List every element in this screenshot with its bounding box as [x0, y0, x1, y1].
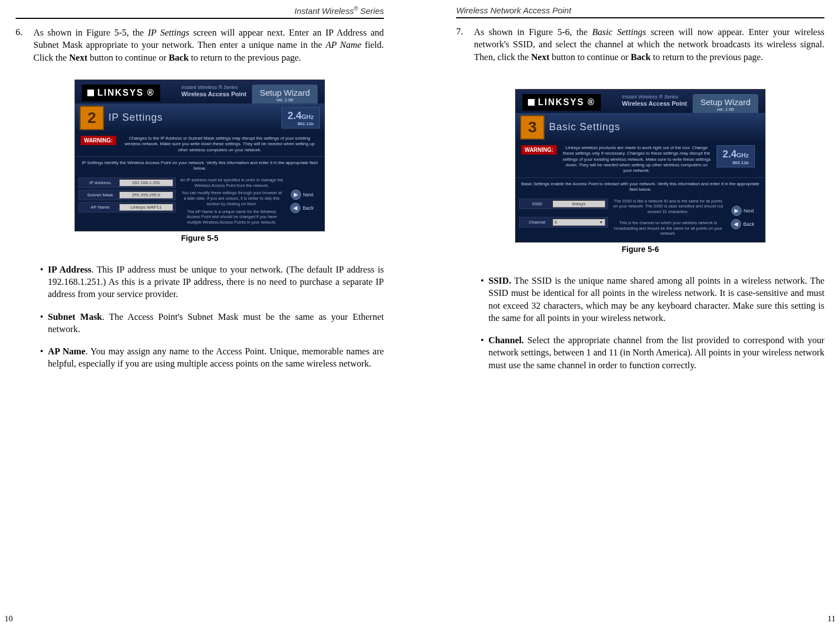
title-row: 3 Basic Settings — [516, 113, 765, 142]
nav-buttons: ▶ Next ◀ Back — [283, 177, 321, 225]
warning-text: Linksys wireless products are made to wo… — [561, 145, 712, 174]
series-label: Instant Wireless ® Series — [181, 85, 246, 91]
back-icon: ◀ — [731, 219, 741, 229]
nav-buttons: ▶ Next ◀ Back — [724, 199, 762, 237]
next-label: Next — [744, 208, 754, 214]
bullet-list-left: • IP Address. This IP address must be un… — [40, 264, 384, 380]
next-button[interactable]: ▶ Next — [732, 206, 754, 216]
screenshot-basic-settings: LINKSYS® Instant Wireless ® Series Wirel… — [515, 89, 765, 243]
next-button[interactable]: ▶ Next — [291, 190, 314, 200]
step-6: 6. As shown in Figure 5-5, the IP Settin… — [16, 27, 384, 64]
channel-select[interactable]: 6 ▼ — [552, 219, 605, 226]
product-name: Wireless Access Point — [622, 100, 687, 107]
info-row: IP Settings identify the Wireless Access… — [75, 156, 324, 175]
left-page: Instant Wireless® Series 6. As shown in … — [0, 0, 417, 628]
screen-title: IP Settings — [108, 112, 163, 123]
setup-label: Setup Wizard — [700, 97, 750, 107]
version-label: ver. 1.06 — [700, 107, 750, 112]
back-icon: ◀ — [290, 203, 300, 213]
info-row: Basic Settings enable the Access Point t… — [516, 177, 765, 196]
page-number-right: 11 — [828, 614, 836, 624]
figure-5-6: LINKSYS® Instant Wireless ® Series Wirel… — [456, 89, 824, 254]
ip-address-row: IP Address 192.168.1.251 — [78, 177, 176, 188]
ap-name-label: AP Name — [81, 205, 119, 210]
next-icon: ▶ — [732, 206, 742, 216]
product-label: Instant Wireless ® Series Wireless Acces… — [622, 94, 687, 107]
desc-modify: You can modify these settings through yo… — [180, 190, 283, 206]
linksys-logo: LINKSYS® — [82, 85, 160, 101]
bullet-dot: • — [481, 275, 488, 324]
screen-title: Basic Settings — [549, 121, 620, 133]
subnet-mask-input[interactable]: 255.255.255.0 — [119, 191, 173, 199]
field-descriptions: An IP address must be specified in order… — [176, 177, 283, 225]
title-row: 2 IP Settings 2.4GHz 802.11b — [75, 103, 324, 132]
bullet-text: Channel. Select the appropriate channel … — [488, 334, 824, 372]
running-head-left: Instant Wireless® Series — [16, 6, 384, 19]
field-descriptions: The SSID is like a network ID and is the… — [608, 199, 724, 237]
logo-icon — [528, 99, 535, 106]
bullet-text: Subnet Mask. The Access Point's Subnet M… — [48, 311, 384, 336]
series-label: Instant Wireless ® Series — [622, 94, 687, 100]
ghz-badge: 2.4GHz 802.11b — [281, 107, 320, 128]
wizard-header: LINKSYS® Instant Wireless ® Series Wirel… — [516, 90, 765, 113]
bullet-text: SSID. The SSID is the unique name shared… — [488, 275, 824, 324]
next-label: Next — [303, 192, 314, 197]
field-area: IP Address 192.168.1.251 Subnet Mask 255… — [75, 175, 324, 231]
logo-text: LINKSYS — [538, 97, 584, 107]
figure-caption-5-6: Figure 5-6 — [456, 245, 824, 254]
ap-name-row: AP Name Linksys WAP11 — [78, 202, 176, 212]
next-icon: ▶ — [291, 190, 301, 200]
product-label: Instant Wireless ® Series Wireless Acces… — [181, 85, 246, 98]
back-label: Back — [303, 205, 314, 211]
step-badge-3: 3 — [520, 115, 545, 140]
ssid-label: SSID — [522, 201, 552, 206]
bullet-dot: • — [481, 334, 488, 372]
product-name: Wireless Access Point — [181, 91, 246, 98]
ghz-badge: 2.4GHz 802.11b — [717, 145, 755, 168]
ap-name-input[interactable]: Linksys WAP11 — [119, 204, 173, 211]
ssid-row: SSID linksys — [519, 199, 608, 209]
chevron-down-icon: ▼ — [599, 220, 603, 224]
warning-row: WARNING: Linksys wireless products are m… — [516, 142, 765, 177]
step-number: 7. — [456, 26, 474, 63]
bullet-dot: • — [40, 345, 48, 370]
field-area: SSID linksys Channel 6 ▼ The SSID is lik… — [516, 196, 765, 243]
linksys-logo: LINKSYS® — [522, 94, 601, 111]
bullet-subnet-mask: • Subnet Mask. The Access Point's Subnet… — [40, 311, 384, 336]
ip-address-input[interactable]: 192.168.1.251 — [119, 179, 173, 186]
warning-row: WARNING: Changes to the IP Address or Su… — [75, 132, 324, 156]
desc-ssid: The SSID is like a network ID and is the… — [612, 199, 724, 215]
back-label: Back — [743, 221, 754, 227]
warning-tag: WARNING: — [81, 136, 116, 145]
bullet-ip-address: • IP Address. This IP address must be un… — [40, 264, 384, 301]
step-7: 7. As shown in Figure 5-6, the Basic Set… — [456, 26, 824, 63]
bullet-channel: • Channel. Select the appropriate channe… — [481, 334, 824, 372]
bullet-ssid: • SSID. The SSID is the unique name shar… — [481, 275, 824, 324]
bullet-text: IP Address. This IP address must be uniq… — [48, 264, 384, 301]
step-text: As shown in Figure 5-6, the Basic Settin… — [474, 26, 824, 63]
setup-label: Setup Wizard — [260, 88, 310, 97]
ssid-input[interactable]: linksys — [552, 200, 605, 207]
step-number: 6. — [16, 27, 33, 64]
figure-5-5: LINKSYS® Instant Wireless ® Series Wirel… — [16, 80, 384, 243]
subnet-mask-row: Subnet Mask 255.255.255.0 — [78, 190, 176, 200]
logo-text: LINKSYS — [97, 88, 144, 98]
wizard-header: LINKSYS® Instant Wireless ® Series Wirel… — [75, 80, 324, 103]
figure-caption-5-5: Figure 5-5 — [16, 234, 384, 243]
setup-wizard-tab: Setup Wizard ver. 1.06 — [252, 85, 318, 103]
version-label: ver. 1.06 — [260, 97, 310, 102]
step-badge-2: 2 — [80, 106, 104, 130]
running-head-right: Wireless Network Access Point — [456, 6, 824, 18]
bullet-list-right: • SSID. The SSID is the unique name shar… — [481, 275, 824, 382]
back-button[interactable]: ◀ Back — [290, 203, 314, 213]
bullet-text: AP Name. You may assign any name to the … — [48, 345, 384, 370]
fields-column: IP Address 192.168.1.251 Subnet Mask 255… — [78, 177, 176, 225]
warning-tag: WARNING: — [521, 145, 557, 155]
fields-column: SSID linksys Channel 6 ▼ — [519, 199, 608, 237]
desc-apname: The AP Name is a unique name for the Wir… — [180, 209, 283, 225]
back-button[interactable]: ◀ Back — [731, 219, 754, 229]
step-text: As shown in Figure 5-5, the IP Settings … — [33, 27, 384, 64]
running-head-text: Instant Wireless — [294, 6, 354, 16]
desc-ip: An IP address must be specified in order… — [180, 177, 283, 189]
channel-label: Channel — [522, 220, 552, 225]
